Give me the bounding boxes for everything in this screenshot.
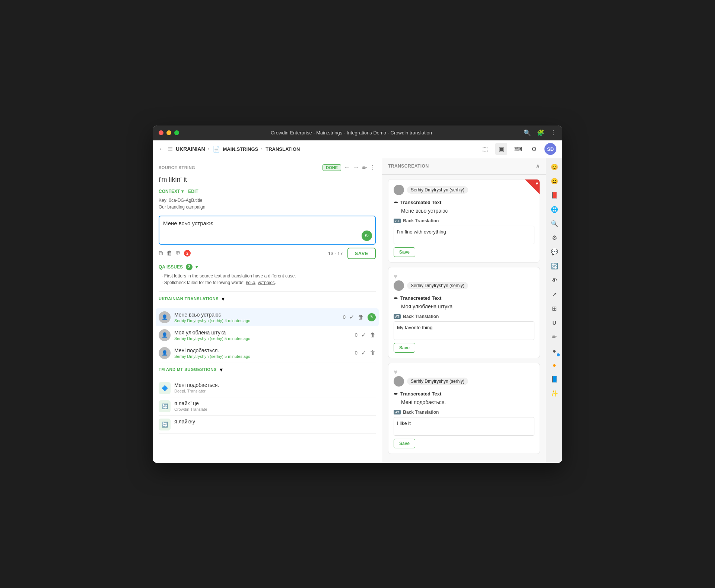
side-view-button[interactable]: ▣ (495, 143, 507, 155)
minimize-button[interactable] (166, 130, 171, 135)
translation-meta: Serhiy Dmytryshyn (serhiy) 5 minutes ago (174, 354, 351, 359)
search-icon[interactable]: 🔍 (524, 129, 531, 136)
at-badge: AT (394, 410, 401, 414)
more-icon[interactable]: ⋮ (550, 129, 556, 136)
prev-string-button[interactable]: ← (344, 164, 350, 171)
emoji-icon[interactable]: 😊 (549, 161, 560, 173)
circle-blue-icon[interactable]: ● (549, 345, 560, 357)
translation-meta: Serhiy Dmytryshyn (serhiy) 5 minutes ago (174, 336, 351, 341)
u-letter-icon[interactable]: U (549, 317, 560, 329)
edit-button[interactable]: EDIT (188, 189, 198, 194)
suggestion-item: 🔄 я лайкну (159, 416, 376, 434)
table-icon[interactable]: ⊞ (549, 303, 560, 315)
maximize-button[interactable] (174, 130, 179, 135)
puzzle-icon[interactable]: 🧩 (537, 129, 544, 136)
favorite-button[interactable]: ♥ (394, 273, 398, 280)
approve-button[interactable]: ✓ (361, 331, 366, 339)
settings-button[interactable]: ⚙ (528, 143, 540, 155)
edit-source-button[interactable]: ✏ (362, 164, 367, 171)
language-label[interactable]: UKRAINIAN (176, 146, 205, 152)
more-options-button[interactable]: ⋮ (370, 164, 376, 171)
sparkle-icon[interactable]: ✨ (549, 388, 560, 400)
reload-translation-button[interactable]: ↻ (368, 313, 376, 321)
qa-issue-1: · First letters in the source text and t… (159, 273, 376, 279)
edit-icon[interactable]: ✏ (549, 331, 560, 343)
context-button[interactable]: CONTEXT ▾ (159, 189, 184, 194)
card-username: Serhiy Dmytryshyn (serhiy) (407, 186, 468, 194)
suggestion-item: 🔄 я лайк" це Crowdin Translate (159, 397, 376, 416)
translation-meta: Serhiy Dmytryshyn (serhiy) 4 minutes ago (174, 318, 339, 323)
emoji-face-icon[interactable]: 😄 (549, 175, 560, 187)
book-blue-icon[interactable]: 📘 (549, 374, 560, 385)
split-view-button[interactable]: ⬚ (479, 143, 491, 155)
favorite-button[interactable]: ♥ (394, 368, 398, 376)
transcreated-label: ✒ Transcreated Text (394, 391, 534, 397)
card-user-avatar (394, 376, 404, 387)
issues-count-badge: 2 (184, 250, 191, 257)
qa-section: QA ISSUES 2 ▾ · First letters in the sou… (159, 264, 376, 285)
book-icon[interactable]: 📕 (549, 190, 560, 201)
next-string-button[interactable]: → (353, 164, 359, 171)
translation-actions: 0 ✓ 🗑 (355, 331, 376, 339)
translations-section-header: UKRAINIAN TRANSLATIONS ▾ (159, 291, 376, 305)
translation-content: Моя улюблена штука Serhiy Dmytryshyn (se… (174, 330, 351, 341)
card-save-button[interactable]: Save (394, 439, 415, 448)
sync-icon[interactable]: 🔄 (549, 260, 560, 272)
chat-icon[interactable]: 💬 (549, 246, 560, 258)
language-chevron-icon: › (208, 146, 210, 152)
pen-icon: ✒ (394, 200, 398, 206)
done-badge: DONE (322, 164, 341, 171)
other-icon: 🔄 (159, 419, 171, 430)
approve-button[interactable]: ✓ (361, 349, 366, 356)
translation-input[interactable]: Мене всьо устраює (163, 220, 371, 239)
titlebar: Crowdin Enterprise - Main.strings - Inte… (153, 125, 562, 140)
translation-item: 👤 Моя улюблена штука Serhiy Dmytryshyn (… (159, 326, 376, 344)
translation-area[interactable]: Мене всьо устраює ↻ (159, 216, 376, 245)
suggestion-content[interactable]: Мені подобається. DeepL Translator (174, 382, 219, 394)
delete-button[interactable]: 🗑 (166, 250, 172, 257)
user-avatar[interactable]: SD (544, 143, 556, 155)
transcreated-label: ✒ Transcreated Text (394, 295, 534, 301)
card-user: Serhiy Dmytryshyn (serhiy) (394, 376, 534, 387)
search-circle-icon[interactable]: 🔍 (549, 218, 560, 230)
compare-button[interactable]: ⧉ (176, 250, 180, 257)
approve-button[interactable]: ✓ (349, 314, 354, 321)
card-save-button[interactable]: Save (394, 343, 415, 353)
right-panel-content: Serhiy Dmytryshyn (serhiy) ✒ Transcreate… (382, 175, 546, 463)
context-bar: CONTEXT ▾ EDIT (159, 189, 376, 194)
avatar: 👤 (159, 329, 171, 341)
keyboard-button[interactable]: ⌨ (512, 143, 524, 155)
context-chevron-icon: ▾ (181, 189, 184, 194)
file-label[interactable]: MAIN.STRINGS (223, 146, 258, 152)
qa-header: QA ISSUES 2 ▾ (159, 264, 376, 270)
file-chevron-icon: › (261, 146, 263, 152)
source-header: SOURCE STRING DONE ← → ✏ ⋮ (159, 164, 376, 171)
eye-icon[interactable]: 👁 (549, 274, 560, 286)
card-save-button[interactable]: Save (394, 247, 415, 257)
source-label: SOURCE STRING (159, 165, 195, 170)
transcreation-card: Serhiy Dmytryshyn (serhiy) ✒ Transcreate… (388, 179, 540, 263)
source-text: i'm likin' it (159, 176, 376, 184)
save-button[interactable]: SAVE (347, 248, 376, 259)
settings-green-icon[interactable]: ⚙ (549, 232, 560, 244)
suggestions-section-header: TM AND MT SUGGESTIONS ▾ (159, 362, 376, 376)
reload-button[interactable]: ↻ (362, 231, 372, 241)
qa-chevron-icon: ▾ (196, 264, 198, 270)
delete-translation-button[interactable]: 🗑 (358, 314, 364, 321)
menu-button[interactable]: ☰ (168, 146, 173, 153)
suggestion-content[interactable]: я лайк" це Crowdin Translate (174, 400, 207, 412)
suggestion-text: я лайкну (174, 419, 195, 425)
delete-translation-button[interactable]: 🗑 (370, 332, 376, 339)
circle-orange-icon[interactable]: ● (549, 359, 560, 371)
pen-icon: ✒ (394, 391, 398, 397)
delete-translation-button[interactable]: 🗑 (370, 350, 376, 356)
back-button[interactable]: ← (159, 146, 165, 152)
section-label[interactable]: TRANSLATION (266, 146, 300, 152)
card-username: Serhiy Dmytryshyn (serhiy) (407, 282, 468, 289)
close-button[interactable] (159, 130, 163, 135)
suggestion-content[interactable]: я лайкну (174, 419, 195, 430)
collapse-button[interactable]: ∧ (536, 163, 540, 170)
send-icon[interactable]: ↗ (549, 289, 560, 301)
globe-icon[interactable]: 🌐 (549, 204, 560, 216)
copy-button[interactable]: ⧉ (159, 250, 163, 257)
